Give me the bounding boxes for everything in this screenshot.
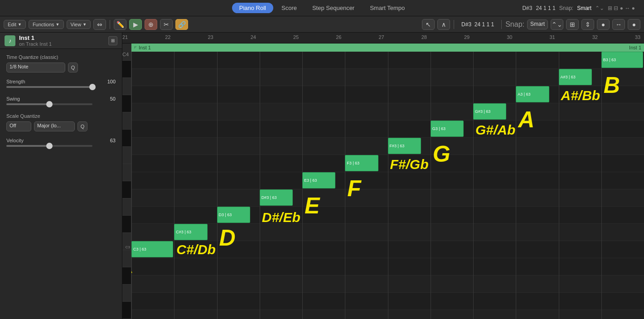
ruler-marker-22: 22 [165,34,170,40]
piano-key-fs3[interactable] [122,130,131,147]
piano-key-ds3[interactable] [122,181,131,198]
track-expand-btn[interactable]: ⊞ [108,36,117,45]
view-menu[interactable]: View ▼ [67,20,91,29]
ruler-marker-23: 23 [208,34,213,40]
velocity-row: Velocity 63 [6,138,116,143]
inst-triangle [134,46,137,49]
quantize-select[interactable]: 1/8 Note [6,63,65,72]
tab-score[interactable]: Score [274,3,304,13]
scale-quantize-label: Scale Quantize [6,113,116,119]
note-f3[interactable]: F3 | 63 [345,155,378,171]
piano-key-g3[interactable] [122,112,131,130]
resize-icon-btn[interactable]: ⇔ [93,19,106,30]
snap-arrows[interactable]: ⌃⌄ [595,5,604,11]
inst-bar: Inst 1 Inst 1 [131,44,644,52]
grid-col-8 [473,44,474,319]
note-g3[interactable]: G3 | 63 [431,121,464,137]
pencil-tool[interactable]: ✏️ [114,19,126,30]
snap-arrows-btn[interactable]: ⌃⌄ [551,19,563,30]
piano-key-b2[interactable] [122,250,131,267]
extra-controls: ⊞ ⊟ ● ↔ ● [608,5,635,11]
extra3[interactable]: ● [597,19,610,30]
tab-step-sequencer[interactable]: Step Sequencer [305,3,362,13]
strength-row: Strength 100 [6,79,116,84]
functions-menu[interactable]: Functions ▼ [29,20,64,29]
piano-key-as2[interactable] [122,267,131,285]
grid-col-5 [345,44,345,319]
grid-area[interactable]: C3C4 Inst 1 Inst 1 C3C3 | 63CC#3 | 63C#/… [122,44,644,319]
quantize-row: 1/8 Note Q [6,63,116,72]
note-d3[interactable]: D3 | 63 [217,207,250,223]
cursor-tool[interactable]: ↖ [422,19,435,30]
divider1 [110,20,110,29]
marquee-red-tool[interactable]: ⊕ [145,19,157,30]
tab-smart-tempo[interactable]: Smart Tempo [363,3,412,13]
note-e3[interactable]: E3 | 63 [302,172,335,188]
divider2 [454,20,454,29]
swing-row: Swing 50 [6,96,116,102]
quantize-q-btn[interactable]: Q [68,63,78,72]
note-letter-gs3: G#/Ab [475,122,515,138]
snap-label-toolbar: Snap: [505,20,524,29]
strength-label: Strength [6,79,100,84]
piano-key-gs3[interactable] [122,95,131,112]
note-fs3[interactable]: F#3 | 63 [388,138,421,154]
note-ds3[interactable]: D#3 | 63 [260,189,293,206]
tab-group: Piano Roll Score Step Sequencer Smart Te… [232,3,412,13]
ruler-marker-24: 24 [251,34,256,40]
extra4[interactable]: ↔ [612,19,625,30]
velocity-section: Velocity 63 [6,138,116,149]
note-as3[interactable]: A#3 | 63 [559,69,592,85]
scale-q-btn[interactable]: Q [77,121,87,131]
note-cs3[interactable]: C#3 | 63 [174,224,207,240]
grid-col-9 [516,44,516,319]
piano-key-d3[interactable] [122,198,131,216]
scissors-tool[interactable]: ✂ [160,19,173,30]
scale-type-select[interactable]: Major (lo... [34,121,75,131]
scale-row: Off Major (lo... Q [6,121,116,131]
note-b3[interactable]: B3 | 63 [601,52,643,68]
piano-key-gs2[interactable] [122,302,131,319]
velocity-slider[interactable] [6,145,92,147]
piano-keys[interactable]: C3C4 [122,44,131,319]
link-tool[interactable]: 🔗 [175,19,188,30]
note-letter-g3: G [433,141,450,167]
strength-slider[interactable] [6,86,92,88]
swing-section: Swing 50 [6,96,116,107]
note-gs3[interactable]: G#3 | 63 [473,103,506,120]
piano-key-c3[interactable]: C3 [122,233,131,250]
note-letter-e3: E [305,193,320,219]
note-grid[interactable]: Inst 1 Inst 1 C3C3 | 63CC#3 | 63C#/DbD3 … [131,44,644,319]
extra2[interactable]: ⇕ [581,19,594,30]
piano-key-a2[interactable] [122,285,131,302]
piano-key-as3[interactable] [122,61,131,78]
note-c3[interactable]: C3 | 63 [131,241,173,257]
piano-key-cs3[interactable] [122,216,131,233]
velocity-value: 63 [103,138,116,143]
pen-tool[interactable]: ∧ [437,19,450,30]
snap-select[interactable]: Smart [527,19,548,29]
ruler-marker-28: 28 [421,34,427,40]
ruler-marker-25: 25 [293,34,299,40]
ruler: 21222324252627282930313233 [122,33,644,44]
extra1[interactable]: ⊞ [566,19,579,30]
note-a3[interactable]: A3 | 63 [516,86,549,102]
piano-key-e3[interactable] [122,164,131,181]
scale-off-select[interactable]: Off [6,121,31,131]
strength-value: 100 [103,79,116,84]
edit-menu[interactable]: Edit ▼ [4,20,26,29]
piano-key-a3[interactable] [122,78,131,95]
piano-roll: 21222324252627282930313233 C3C4 Inst 1 I… [122,33,644,319]
tab-piano-roll[interactable]: Piano Roll [232,3,273,13]
time-quantize-section: Time Quantize (classic) 1/8 Note Q [6,54,116,72]
ruler-marker-31: 31 [550,34,555,40]
marquee-green-tool[interactable]: ▶ [129,19,142,30]
swing-value: 50 [103,96,116,102]
piano-key-f3[interactable] [122,147,131,164]
snap-value: Smart [577,5,591,11]
ruler-marker-26: 26 [336,34,341,40]
snap-label: Snap: [559,5,573,11]
extra5[interactable]: ● [628,19,640,30]
swing-slider[interactable] [6,103,92,105]
time-quantize-label: Time Quantize (classic) [6,54,116,60]
